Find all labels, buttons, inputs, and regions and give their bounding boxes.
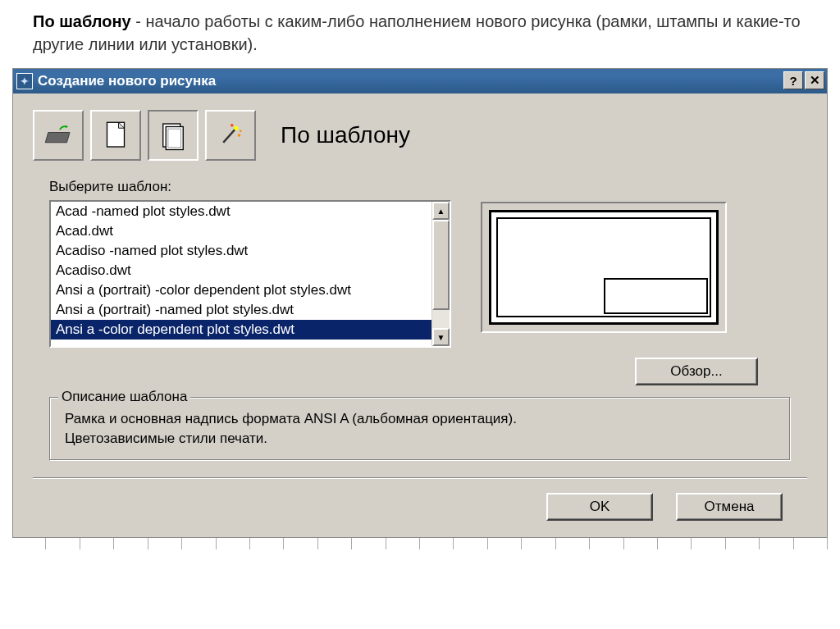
svg-point-5 — [234, 126, 238, 130]
instruction-text: По шаблону - начало работы с каким-либо … — [0, 0, 840, 68]
listbox-scrollbar[interactable]: ▲ ▼ — [431, 202, 450, 346]
folder-open-icon — [41, 118, 75, 153]
dialog-title: Создание нового рисунка — [38, 73, 216, 89]
template-page-icon — [156, 118, 190, 153]
scroll-thumb[interactable] — [432, 220, 450, 310]
mode-toolbar — [33, 110, 256, 161]
wizard-icon — [213, 118, 248, 153]
template-preview — [481, 202, 727, 333]
svg-point-6 — [238, 134, 241, 137]
app-icon: ✦ — [16, 73, 33, 89]
svg-point-8 — [240, 130, 242, 132]
template-list-item[interactable]: Ansi a (portrait) -named plot styles.dwt — [51, 300, 431, 320]
titlebar: ✦ Создание нового рисунка ? ✕ — [13, 69, 827, 93]
close-button[interactable]: ✕ — [805, 71, 824, 89]
description-line-2: Цветозависимые стили печати. — [65, 429, 775, 449]
dialog-body: По шаблону Выберите шаблон: Acad -named … — [13, 93, 827, 537]
mode-wizard-button[interactable] — [205, 110, 256, 161]
svg-rect-2 — [166, 127, 183, 150]
mode-heading: По шаблону — [281, 122, 410, 148]
scroll-up-button[interactable]: ▲ — [432, 202, 450, 220]
preview-drawing — [489, 210, 719, 325]
scroll-track[interactable] — [432, 220, 450, 328]
scroll-down-button[interactable]: ▼ — [432, 328, 450, 346]
description-line-1: Рамка и основная надпись формата ANSI A … — [65, 409, 775, 429]
description-label: Описание шаблона — [58, 389, 190, 405]
help-button[interactable]: ? — [783, 71, 803, 89]
template-list-item[interactable]: Acad -named plot styles.dwt — [51, 202, 431, 221]
browse-button[interactable]: Обзор... — [635, 358, 758, 385]
mode-blank-button[interactable] — [90, 110, 141, 161]
instruction-rest: - начало работы с каким-либо наполнением… — [33, 12, 801, 53]
template-list-item[interactable]: Acad.dwt — [51, 221, 431, 241]
template-list-label: Выберите шаблон: — [49, 179, 451, 195]
svg-point-7 — [231, 124, 234, 127]
ruler — [12, 538, 828, 549]
template-listbox[interactable]: Acad -named plot styles.dwtAcad.dwtAcadi… — [49, 200, 451, 348]
description-group: Описание шаблона Рамка и основная надпис… — [49, 397, 791, 461]
ok-button[interactable]: OK — [546, 493, 653, 521]
mode-template-button[interactable] — [148, 110, 199, 161]
template-list-item[interactable]: Ansi a -color dependent plot styles.dwt — [51, 320, 431, 340]
template-list-item[interactable]: Ansi a (portrait) -color dependent plot … — [51, 280, 431, 300]
svg-line-4 — [223, 130, 235, 143]
template-list-item[interactable]: Acadiso -named plot styles.dwt — [51, 241, 431, 261]
blank-page-icon — [98, 118, 133, 153]
dialog-window: ✦ Создание нового рисунка ? ✕ — [12, 68, 828, 538]
template-list-item[interactable]: Acadiso.dwt — [51, 261, 431, 280]
instruction-bold: По шаблону — [33, 12, 131, 30]
cancel-button[interactable]: Отмена — [676, 493, 783, 521]
mode-open-button[interactable] — [33, 110, 84, 161]
